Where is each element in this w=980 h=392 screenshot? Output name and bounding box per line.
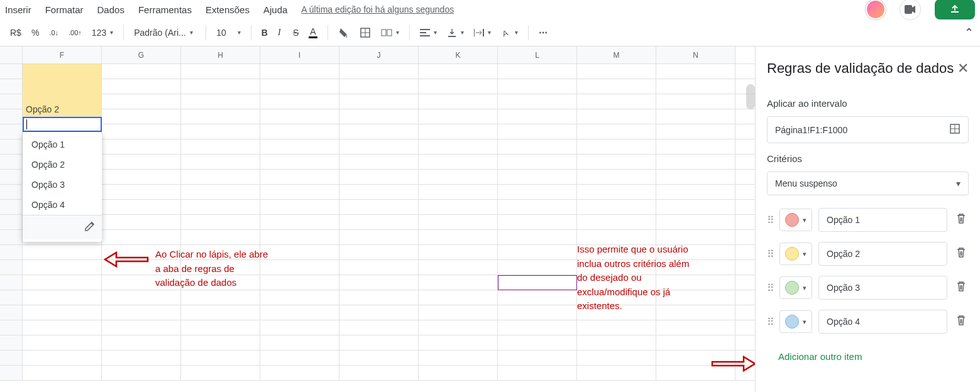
strike-button[interactable]: S — [289, 25, 302, 40]
validation-dropdown: Opção 1 Opção 2 Opção 3 Opção 4 — [23, 132, 102, 242]
option-input-2[interactable]: Opção 2 — [818, 242, 947, 266]
annotation-arrow-right — [709, 353, 755, 375]
col-header-h[interactable]: H — [181, 46, 260, 63]
wrap[interactable]: ▾ — [470, 26, 495, 40]
color-chip-green — [785, 281, 799, 295]
spreadsheet-area[interactable]: F G H I J K L M N — [0, 46, 755, 392]
col-header-i[interactable]: I — [260, 46, 339, 63]
bold-button[interactable]: B — [258, 25, 272, 40]
svg-rect-0 — [905, 5, 912, 14]
color-picker-2[interactable]: ▾ — [779, 242, 812, 265]
menu-inserir[interactable]: Inserir — [5, 4, 31, 15]
annotation-purple-box — [498, 275, 577, 290]
menu-dados[interactable]: Dados — [97, 4, 124, 15]
criteria-label: Critérios — [767, 153, 969, 164]
panel-title: Regras de validação de dados — [767, 60, 954, 77]
apply-range-label: Aplicar ao intervalo — [767, 98, 969, 109]
select-all-corner[interactable] — [0, 46, 23, 63]
col-header-n[interactable]: N — [656, 46, 735, 63]
color-picker-1[interactable]: ▾ — [779, 209, 812, 231]
color-picker-4[interactable]: ▾ — [779, 310, 812, 333]
data-validation-panel: Regras de validação de dados ✕ Aplicar a… — [755, 46, 980, 392]
svg-rect-4 — [382, 30, 386, 36]
percent-format[interactable]: % — [28, 25, 43, 40]
h-align[interactable]: ▾ — [416, 26, 441, 40]
color-chip-blue — [785, 315, 799, 329]
borders[interactable] — [356, 24, 375, 41]
italic-button[interactable]: I — [274, 25, 287, 40]
share-button[interactable] — [935, 0, 975, 19]
grid[interactable]: Opção 2 Opção 1 Opção 2 Opção 3 Opção 4 — [0, 64, 755, 381]
svg-text:A: A — [501, 28, 510, 38]
drag-handle-icon[interactable]: ⠿ — [767, 316, 773, 328]
option-input-1[interactable]: Opção 1 — [818, 208, 947, 232]
cell-f1[interactable]: Opção 2 — [23, 64, 102, 117]
annotation-arrow-left — [104, 249, 151, 271]
range-value: Página1!F1:F1000 — [775, 125, 847, 135]
cell-f2-editing[interactable] — [23, 117, 102, 132]
last-edit-info[interactable]: A última edição foi há alguns segundos — [301, 4, 454, 14]
close-icon[interactable]: ✕ — [957, 60, 969, 77]
text-cursor — [26, 119, 27, 129]
svg-rect-5 — [387, 30, 392, 36]
col-header-l[interactable]: L — [498, 46, 577, 63]
range-input[interactable]: Página1!F1:F1000 — [767, 116, 969, 143]
font-size[interactable]: 10▾ — [212, 25, 245, 40]
option-row-2: ⠿ ▾ Opção 2 — [767, 242, 969, 266]
color-chip-yellow — [785, 247, 799, 261]
v-align[interactable]: ▾ — [443, 25, 468, 40]
toolbar: R$ % .0↓ .00↑ 123▾ Padrão (Ari...▾ 10▾ B… — [0, 19, 980, 46]
drag-handle-icon[interactable]: ⠿ — [767, 282, 773, 294]
dropdown-option-3[interactable]: Opção 3 — [23, 175, 102, 195]
trash-icon[interactable] — [954, 244, 969, 263]
trash-icon[interactable] — [954, 312, 969, 331]
menu-extensoes[interactable]: Extensões — [206, 4, 250, 15]
criteria-dropdown[interactable]: Menu suspenso ▾ — [767, 172, 969, 195]
dropdown-option-1[interactable]: Opção 1 — [23, 134, 102, 155]
grid-select-icon[interactable] — [949, 123, 961, 136]
dropdown-option-2[interactable]: Opção 2 — [23, 155, 102, 175]
option-row-4: ⠿ ▾ Opção 4 — [767, 310, 969, 334]
col-header-g[interactable]: G — [102, 46, 181, 63]
font-family[interactable]: Padrão (Ari...▾ — [130, 25, 199, 40]
annotation-text-left: Ao Clicar no lápis, ele abre a aba de re… — [155, 248, 275, 290]
option-input-4[interactable]: Opção 4 — [818, 310, 947, 334]
rotate[interactable]: A▾ — [497, 25, 522, 40]
drag-handle-icon[interactable]: ⠿ — [767, 214, 773, 226]
col-header-m[interactable]: M — [577, 46, 656, 63]
annotation-text-right: Isso permite que o usuário inclua outros… — [577, 242, 696, 313]
drag-handle-icon[interactable]: ⠿ — [767, 248, 773, 260]
vertical-scrollbar[interactable] — [746, 84, 755, 109]
criteria-value: Menu suspenso — [775, 178, 837, 188]
meet-icon[interactable] — [900, 0, 921, 20]
chevron-down-icon: ▾ — [956, 178, 961, 188]
number-format[interactable]: 123▾ — [88, 25, 117, 40]
more-tools[interactable]: ⋯ — [535, 25, 553, 40]
menu-ajuda[interactable]: Ajuda — [263, 4, 287, 15]
color-picker-3[interactable]: ▾ — [779, 276, 812, 299]
option-row-1: ⠿ ▾ Opção 1 — [767, 208, 969, 232]
avatar[interactable] — [866, 0, 886, 19]
increase-decimal[interactable]: .00↑ — [65, 26, 85, 39]
cell-f1-value: Opção 2 — [26, 104, 59, 114]
merge-cells[interactable]: ▾ — [377, 24, 403, 41]
color-chip-red — [785, 213, 799, 227]
trash-icon[interactable] — [954, 278, 969, 297]
column-headers: F G H I J K L M N — [0, 46, 755, 64]
add-item-button[interactable]: Adicionar outro item — [767, 344, 873, 369]
col-header-j[interactable]: J — [339, 46, 419, 63]
text-color[interactable]: A — [305, 24, 321, 41]
trash-icon[interactable] — [954, 210, 969, 229]
col-header-k[interactable]: K — [419, 46, 498, 63]
option-input-3[interactable]: Opção 3 — [818, 276, 947, 300]
menu-ferramentas[interactable]: Ferramentas — [138, 4, 192, 15]
fill-color[interactable] — [334, 24, 353, 41]
option-row-3: ⠿ ▾ Opção 3 — [767, 276, 969, 300]
dropdown-option-4[interactable]: Opção 4 — [23, 195, 102, 215]
menu-formatar[interactable]: Formatar — [45, 4, 84, 15]
col-header-f[interactable]: F — [23, 46, 102, 63]
pencil-icon[interactable] — [84, 220, 96, 234]
decrease-decimal[interactable]: .0↓ — [45, 26, 62, 39]
currency-format[interactable]: R$ — [6, 25, 25, 40]
collapse-toolbar[interactable]: ⌃ — [964, 26, 974, 40]
